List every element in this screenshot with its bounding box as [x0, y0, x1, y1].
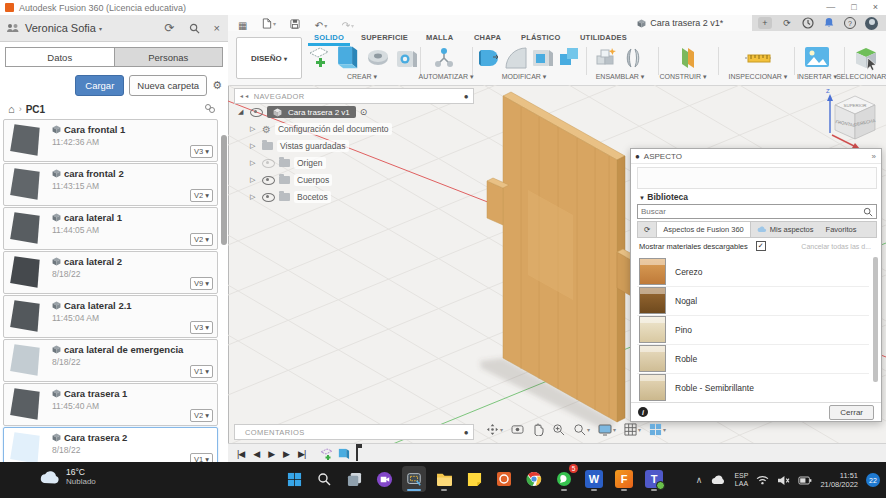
viewport-canvas[interactable]: ◄◄ NAVEGADOR ● ◢ Cara trasera 2 v1 ⊙ ▷⚙C… [228, 85, 886, 462]
profile-avatar[interactable] [865, 17, 878, 30]
group-inspeccionar[interactable]: INSPECCIONAR ▾ [729, 73, 788, 81]
show-downloadable-checkbox[interactable]: ✓ [756, 241, 766, 251]
version-dropdown[interactable]: V3 ▾ [190, 321, 213, 334]
task-view-button[interactable] [342, 466, 366, 492]
collapse-icon[interactable]: ◄◄ [239, 93, 250, 99]
joint-icon[interactable] [622, 46, 644, 70]
file-card[interactable]: cara frontal 211:43:15 AMV2 ▾ [3, 163, 218, 206]
onedrive-icon[interactable] [710, 475, 726, 485]
version-dropdown[interactable]: V2 ▾ [190, 189, 213, 202]
zoom-tool[interactable] [552, 423, 565, 436]
file-explorer-app[interactable] [432, 466, 456, 492]
tab-personas[interactable]: Personas [114, 47, 224, 67]
notification-count-badge[interactable]: 22 [866, 473, 880, 487]
pan-tool[interactable] [532, 423, 544, 436]
timeline-sketch-feature[interactable] [319, 447, 333, 461]
orange-capture-app[interactable] [492, 466, 516, 492]
new-folder-button[interactable]: Nueva carpeta [129, 75, 207, 96]
word-app[interactable]: W [582, 466, 606, 492]
navigator-item-sketches[interactable]: ▷Bocetos [250, 191, 331, 203]
version-dropdown[interactable]: V2 ▾ [190, 233, 213, 246]
notifications-bell-icon[interactable] [823, 17, 835, 29]
view-cube[interactable]: Z SUPERIOR FRONTAL DERECHA [822, 87, 884, 151]
ground-target-icon[interactable]: ⊙ [360, 107, 368, 117]
go-to-end-button[interactable]: ▶| [298, 449, 305, 459]
sort-filter-icon[interactable] [204, 104, 216, 114]
fit-tool[interactable]: ▾ [573, 423, 590, 436]
expand-icon[interactable]: » [872, 152, 876, 161]
version-dropdown[interactable]: V2 ▾ [190, 409, 213, 422]
fillet-icon[interactable] [504, 46, 528, 70]
orbit-tool[interactable]: ▾ [486, 423, 503, 436]
material-item[interactable]: Roble [637, 344, 869, 374]
library-section-header[interactable]: ▼ Biblioteca [639, 192, 688, 202]
file-card[interactable]: Cara frontal 111:42:36 AMV3 ▾ [3, 119, 218, 162]
undo-icon[interactable]: ↶▾ [315, 20, 327, 31]
minimize-button[interactable]: — [826, 2, 835, 12]
panel-dot-icon[interactable]: ● [464, 92, 469, 101]
go-to-start-button[interactable]: |◀ [237, 449, 244, 459]
close-window-button[interactable]: × [873, 2, 878, 12]
select-icon[interactable] [854, 46, 880, 72]
step-back-button[interactable]: ◀ [253, 449, 259, 459]
search-icon[interactable] [189, 23, 200, 34]
clipchamp-app[interactable] [372, 466, 396, 492]
close-panel-icon[interactable]: × [214, 22, 220, 34]
ribbon-tab-superficie[interactable]: SUPERFICIE [361, 33, 408, 42]
display-settings[interactable]: ▾ [598, 424, 616, 436]
group-automatizar[interactable]: AUTOMATIZAR ▾ [419, 73, 474, 81]
upload-button[interactable]: Cargar [75, 75, 124, 96]
close-button[interactable]: Cerrar [829, 405, 874, 420]
job-status-clock-icon[interactable] [802, 17, 814, 29]
whatsapp-app[interactable]: 5 [552, 466, 576, 492]
save-icon[interactable] [290, 19, 300, 29]
ribbon-tab-chapa[interactable]: CHAPA [474, 33, 501, 42]
material-item[interactable]: Cerezo [637, 257, 869, 287]
press-pull-icon[interactable] [478, 46, 500, 70]
battery-icon[interactable] [798, 476, 812, 485]
navigator-item-bodies[interactable]: ▷Cuerpos [250, 174, 332, 186]
look-at-tool[interactable] [511, 424, 524, 435]
navigator-root-row[interactable]: ◢ Cara trasera 2 v1 ⊙ [238, 106, 367, 118]
info-icon[interactable]: i [638, 407, 648, 417]
file-card[interactable]: cara lateral de emergencia8/18/22V1 ▾ [3, 339, 218, 382]
file-card[interactable]: Cara lateral 2.111:45:04 AMV3 ▾ [3, 295, 218, 338]
fusion360-app[interactable]: F [612, 466, 636, 492]
new-tab-button[interactable]: + [758, 17, 772, 29]
construct-plane-icon[interactable] [674, 46, 700, 72]
extrude-icon[interactable] [334, 44, 360, 72]
automate-icon[interactable] [432, 46, 456, 70]
tab-favorites[interactable]: Favoritos [820, 222, 863, 237]
expanded-triangle-icon[interactable]: ◢ [238, 108, 246, 116]
workspace-selector[interactable]: DISEÑO ▾ [236, 37, 302, 79]
app-grid-icon[interactable]: ▦ [238, 20, 247, 31]
viewports[interactable]: ▾ [649, 423, 666, 436]
navigator-item-saved-views[interactable]: ▷Vistas guardadas [250, 140, 349, 152]
sticky-notes-app[interactable] [462, 466, 486, 492]
snipping-tool-app[interactable] [402, 466, 426, 492]
library-refresh-icon[interactable]: ⟳ [638, 222, 657, 237]
wifi-icon[interactable] [756, 475, 769, 485]
home-icon[interactable]: ⌂ [8, 103, 15, 115]
comments-header[interactable]: COMENTARIOS ● [234, 424, 474, 440]
grid-settings[interactable]: ▾ [624, 423, 641, 436]
user-name[interactable]: Veronica Sofia [25, 22, 96, 34]
appearance-panel-header[interactable]: ● ASPECTO » [631, 149, 881, 164]
refresh-icon[interactable]: ⟳ [165, 21, 175, 35]
version-dropdown[interactable]: V3 ▾ [190, 145, 213, 158]
tab-my-aspects[interactable]: Mis aspectos [751, 222, 820, 237]
gear-icon[interactable]: ⚙ [212, 79, 222, 92]
tab-fusion-aspects[interactable]: Aspectos de Fusion 360 [657, 222, 750, 237]
timeline-extrude-feature[interactable] [337, 447, 350, 461]
group-seleccionar[interactable]: SELECCIONAR ▾ [836, 73, 886, 81]
file-card[interactable]: Cara trasera 111:45:40 AMV2 ▾ [3, 383, 218, 426]
group-crear[interactable]: CREAR ▾ [347, 73, 377, 81]
timeline-marker[interactable] [356, 446, 358, 461]
file-list-scrollbar[interactable] [221, 135, 227, 245]
file-card[interactable]: cara lateral 28/18/22V9 ▾ [3, 251, 218, 294]
search-input[interactable] [638, 207, 863, 216]
group-insertar[interactable]: INSERTAR ▾ [797, 73, 837, 81]
material-item[interactable]: Nogal [637, 286, 869, 316]
insert-image-icon[interactable] [804, 46, 830, 68]
language-switcher[interactable]: ESPLAA [734, 472, 748, 488]
